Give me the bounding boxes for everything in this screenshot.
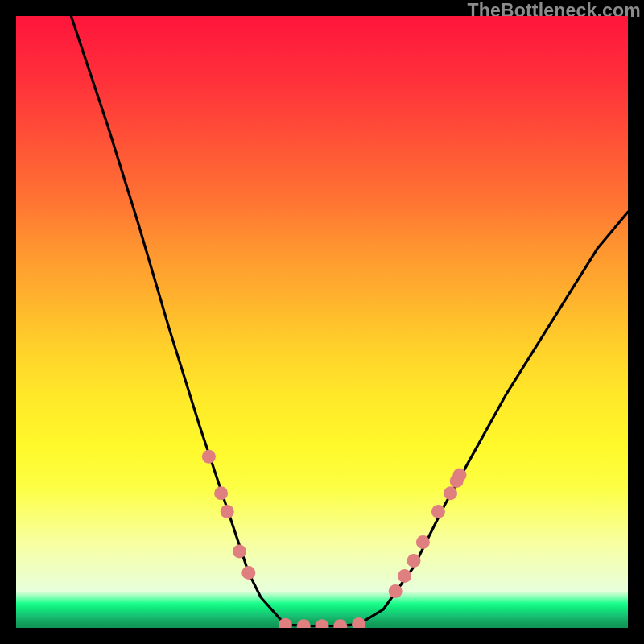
plot-group <box>71 16 628 628</box>
curve-marker <box>202 450 216 464</box>
curve-marker <box>233 545 246 559</box>
curve-marker <box>398 569 411 583</box>
curve-marker <box>450 474 464 488</box>
chart-svg <box>16 16 628 628</box>
bottleneck-curve <box>71 16 628 626</box>
curve-marker <box>352 617 365 628</box>
curve-marker <box>431 505 445 518</box>
curve-marker <box>214 486 228 500</box>
curve-marker <box>453 469 467 482</box>
curve-marker <box>316 619 329 628</box>
curve-marker <box>333 619 347 628</box>
curve-marker <box>389 584 402 598</box>
chart-frame <box>16 16 628 628</box>
curve-marker <box>297 619 311 628</box>
stage: TheBottleneck.com <box>0 0 644 644</box>
curve-marker <box>242 566 255 580</box>
curve-marker <box>279 618 292 628</box>
curve-marker <box>407 554 421 568</box>
curve-marker <box>221 505 234 518</box>
curve-marker <box>444 486 457 500</box>
curve-marker <box>416 535 430 549</box>
